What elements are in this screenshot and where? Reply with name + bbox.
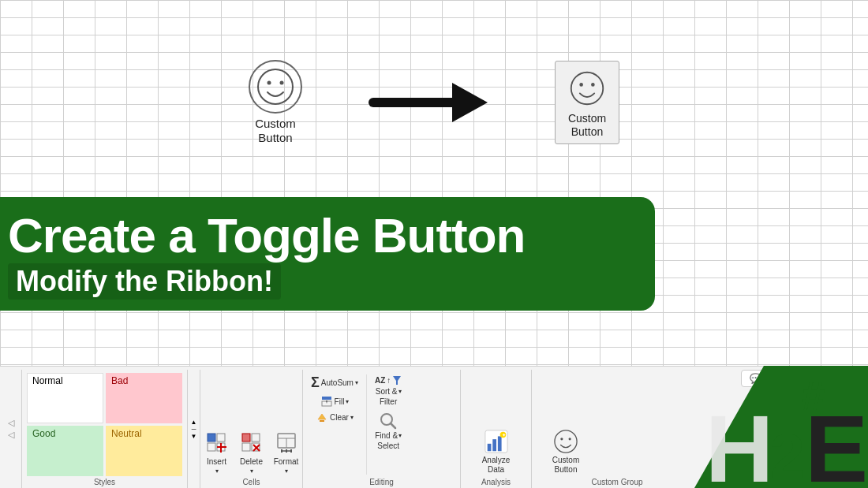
svg-point-41 <box>560 438 563 440</box>
format-icon <box>274 430 299 456</box>
svg-rect-37 <box>497 436 501 451</box>
arrow-svg <box>365 75 492 130</box>
svg-text:✦: ✦ <box>501 433 505 438</box>
h2e-logo: H 2 E # <box>694 366 868 488</box>
svg-point-0 <box>258 69 293 104</box>
svg-marker-31 <box>393 376 401 385</box>
left-edge-icon2: ◁ <box>8 430 14 440</box>
insert-label: Insert <box>207 457 226 466</box>
svg-point-5 <box>571 73 603 104</box>
styles-section: Normal Bad Good Neutral Styles <box>22 370 188 488</box>
delete-arrow: ▾ <box>250 468 253 475</box>
sort-filter-button[interactable]: AZ ↑ Sort & ▾ Filter <box>372 373 405 408</box>
find-arrow-icon: ▾ <box>398 432 402 439</box>
svg-point-6 <box>579 83 583 87</box>
custom-button-ribbon[interactable]: CustomButton <box>538 427 593 476</box>
svg-rect-35 <box>487 444 491 451</box>
fill-button[interactable]: Fill ▾ <box>317 394 353 408</box>
h2e-text: H <box>705 401 774 488</box>
banner-subtitle: Modify the Ribbon! <box>8 263 281 300</box>
right-button-label: CustomButton <box>568 112 606 139</box>
scroll-bar: ─ <box>192 426 196 433</box>
hashtag-area: # <box>802 372 825 419</box>
left-button-label: CustomButton <box>255 117 296 145</box>
autosum-label: AutoSum <box>321 378 354 387</box>
clear-arrow-icon: ▾ <box>350 414 354 421</box>
clear-label: Clear <box>330 413 349 422</box>
svg-marker-29 <box>326 400 327 404</box>
fill-label: Fill <box>335 397 345 406</box>
smiley-svg-right <box>569 70 605 106</box>
top-demo-area: CustomButton CustomButton <box>0 0 868 205</box>
svg-line-33 <box>391 423 395 428</box>
cells-content: Insert ▾ Delete <box>201 373 302 476</box>
find-icon <box>380 412 397 430</box>
autosum-arrow-icon: ▾ <box>355 379 358 386</box>
find-select-label-row: Find & ▾ <box>375 431 402 440</box>
svg-point-42 <box>569 438 571 440</box>
custom-group-section: CustomButton Custom Group <box>532 370 702 488</box>
autosum-group: Σ AutoSum ▾ Fill ▾ <box>308 373 361 476</box>
smiley-circle-left <box>249 60 302 114</box>
fill-arrow-icon: ▾ <box>346 398 349 405</box>
editing-divider <box>366 374 367 475</box>
editing-section: Σ AutoSum ▾ Fill ▾ <box>303 370 461 488</box>
analyze-data-button[interactable]: ✦ AnalyzeData <box>467 427 525 476</box>
format-button[interactable]: Format ▾ <box>271 429 302 476</box>
svg-rect-10 <box>208 443 215 451</box>
style-cell-bad[interactable]: Bad <box>106 373 182 423</box>
custom-button-ribbon-label: CustomButton <box>552 456 579 475</box>
smiley-box-right <box>567 68 608 109</box>
scroll-up[interactable]: ▲ <box>191 419 197 426</box>
editing-content: Σ AutoSum ▾ Fill ▾ <box>308 373 455 476</box>
style-cell-good[interactable]: Good <box>27 426 103 476</box>
analysis-section: ✦ AnalyzeData Analysis <box>461 370 532 488</box>
fill-icon <box>320 396 333 407</box>
style-cell-normal[interactable]: Normal <box>27 373 103 423</box>
sort-filter-label: Sort & ▾ <box>376 387 402 396</box>
find-select-button[interactable]: Find & ▾ Select <box>372 411 405 452</box>
svg-rect-27 <box>322 397 331 400</box>
autosum-sigma-icon: Σ <box>311 374 320 391</box>
sort-filter-icons: AZ ↑ <box>375 374 402 386</box>
filter-funnel-icon <box>392 374 402 386</box>
scroll-down[interactable]: ▼ <box>191 433 197 440</box>
style-cell-neutral[interactable]: Neutral <box>106 426 182 476</box>
clear-button[interactable]: Clear ▾ <box>312 410 357 424</box>
analysis-content: ✦ AnalyzeData <box>467 373 525 476</box>
svg-rect-14 <box>242 434 250 441</box>
clear-icon <box>316 412 328 423</box>
delete-icon <box>239 430 264 456</box>
format-label: Format <box>274 457 299 466</box>
hashtag-icon: # <box>802 373 825 419</box>
insert-arrow: ▾ <box>215 468 219 475</box>
right-custom-button: CustomButton <box>555 61 619 144</box>
delete-label: Delete <box>240 457 263 466</box>
two-text: 2 <box>769 425 805 488</box>
svg-rect-16 <box>242 443 250 451</box>
arrow-right <box>365 75 492 130</box>
sort-find-group: AZ ↑ Sort & ▾ Filter <box>372 373 405 476</box>
svg-point-7 <box>591 83 595 87</box>
banner-title: Create a Toggle Button <box>8 211 631 260</box>
sort-az-icon: AZ <box>375 376 385 385</box>
left-edge-icon: ◁ <box>8 418 14 428</box>
svg-point-1 <box>268 81 271 85</box>
left-custom-button: CustomButton <box>249 60 302 145</box>
custom-group-content: CustomButton <box>538 373 696 476</box>
insert-button[interactable]: Insert ▾ <box>201 429 233 476</box>
analysis-label: Analysis <box>467 478 525 486</box>
autosum-button[interactable]: Σ AutoSum ▾ <box>308 373 361 393</box>
styles-label: Styles <box>27 478 182 486</box>
smiley-svg-left <box>256 67 295 106</box>
delete-button[interactable]: Delete ▾ <box>236 429 268 476</box>
format-arrow: ▾ <box>285 468 288 475</box>
analyze-data-label: AnalyzeData <box>482 456 511 475</box>
editing-label: Editing <box>308 478 455 486</box>
cells-label: Cells <box>207 478 296 486</box>
styles-scroll-arrows: ▲ ─ ▼ <box>188 370 200 488</box>
svg-point-2 <box>280 81 284 85</box>
cells-section: Insert ▾ Delete <box>200 370 303 488</box>
svg-rect-15 <box>252 434 260 441</box>
custom-button-icon <box>553 429 578 454</box>
